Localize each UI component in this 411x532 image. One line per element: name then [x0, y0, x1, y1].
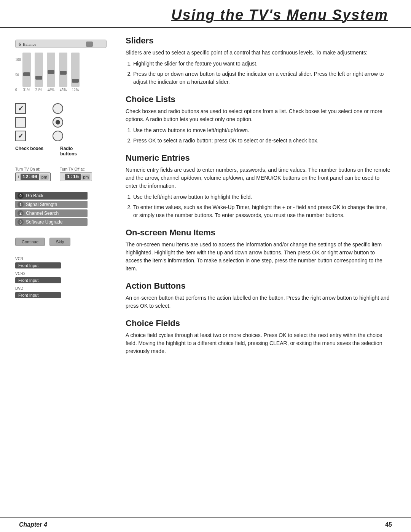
field2-box: + 1:15 pm — [60, 173, 92, 181]
footer-page-number: 45 — [385, 521, 392, 528]
continue-button[interactable]: Continue — [15, 238, 45, 246]
page-header: Using the TV's Menu System — [0, 0, 411, 28]
choice-fields-heading: Choice Fields — [126, 318, 392, 328]
balance-text: Balance — [23, 42, 36, 46]
action-buttons-heading: Action Buttons — [126, 281, 392, 291]
numeric-step-1: Use the left/right arrow button to highl… — [133, 193, 392, 201]
field1-value: 12:00 — [21, 174, 39, 180]
left-column: 6 Balance 100 50 0 — [0, 28, 118, 371]
onscreen-intro: The on-screen menu items are used to acc… — [126, 241, 392, 273]
right-column: Sliders Sliders are used to select a spe… — [118, 28, 411, 371]
numeric-illustration: Turn TV On at: + 12:00 pm Turn TV Off at… — [15, 167, 92, 181]
checkbox-1 — [15, 103, 26, 114]
choice-illustration — [15, 103, 63, 141]
page-footer: Chapter 4 45 — [0, 517, 411, 532]
numeric-field-1: Turn TV On at: + 12:00 pm — [15, 167, 51, 181]
skip-button[interactable]: Skip — [49, 238, 70, 246]
horizontal-slider-thumb — [86, 42, 93, 47]
slider-thumb-3 — [48, 70, 54, 74]
onscreen-section: On-screen Menu Items The on-screen menu … — [126, 228, 392, 273]
choice-lists-step-1: Use the arrow buttons to move left/right… — [133, 126, 392, 134]
numeric-field-2: Turn TV Off at: + 1:15 pm — [60, 167, 92, 181]
slider-bar-4: 45% — [59, 53, 67, 92]
action-buttons-intro: An on-screen button that performs the ac… — [126, 294, 392, 310]
sliders-step-1: Highlight the slider for the feature you… — [133, 60, 392, 68]
radio-1 — [53, 103, 63, 114]
field1-sign: + — [17, 174, 20, 180]
field2-value: 1:15 — [65, 174, 81, 180]
slider-bar-2: 21% — [35, 53, 43, 92]
choice-fields-section: Choice Fields A choice field cycles thro… — [126, 318, 392, 355]
slider-val-5: 12% — [72, 88, 79, 92]
numeric-heading: Numeric Entries — [126, 153, 392, 163]
slider-val-2: 21% — [35, 88, 42, 92]
choice-lists-steps: Use the arrow buttons to move left/right… — [133, 126, 392, 145]
sliders-steps: Highlight the slider for the feature you… — [133, 60, 392, 86]
radio-label: Radio buttons — [60, 146, 91, 157]
scale-50: 50 — [15, 73, 21, 77]
slider-bar-5: 12% — [71, 53, 80, 92]
field2-ampm: pm — [81, 174, 90, 180]
sliders-heading: Sliders — [126, 36, 392, 46]
field1-box: + 12:00 pm — [15, 173, 51, 181]
vertical-sliders: 31% 21% 48% — [22, 53, 80, 92]
menu-label-2: Channel Search — [26, 211, 59, 216]
checkbox-group — [15, 103, 26, 141]
menu-num-0: 0 — [18, 193, 24, 199]
field1-ampm: pm — [40, 174, 49, 180]
balance-num: 6 — [19, 42, 21, 47]
footer-chapter: Chapter 4 — [19, 521, 47, 528]
page-title: Using the TV's Menu System — [23, 7, 388, 23]
cf-value-vcr: Front Input — [15, 262, 61, 268]
field1-label: Turn TV On at: — [15, 167, 51, 171]
radio-2 — [53, 117, 63, 128]
checkbox-3 — [15, 131, 26, 141]
onscreen-heading: On-screen Menu Items — [126, 228, 392, 238]
horizontal-slider: 6 Balance — [15, 40, 107, 48]
slider-bar-1: 31% — [22, 53, 31, 92]
checkbox-2 — [15, 117, 26, 128]
cf-group-vcr: VCR Front Input — [15, 257, 84, 268]
numeric-section: Numeric Entries Numeric entry fields are… — [126, 153, 392, 219]
scale-0: 0 — [15, 88, 21, 92]
menu-item-3: 3 Software Upgrade — [15, 218, 88, 226]
scale-100: 100 — [15, 58, 21, 62]
menu-label-1: Signal Strength — [26, 202, 57, 207]
slider-val-1: 31% — [23, 88, 30, 92]
cf-label-vcr: VCR — [15, 257, 84, 261]
balance-label: 6 Balance — [19, 42, 36, 47]
menu-num-1: 1 — [18, 201, 24, 208]
field2-label: Turn TV Off at: — [60, 167, 92, 171]
choice-fields-intro: A choice field cycles through at least t… — [126, 331, 392, 355]
menu-item-0: 0 Go Back — [15, 192, 88, 200]
cf-label-vcr2: VCR2 — [15, 272, 84, 276]
action-illustration: Continue Skip — [15, 238, 70, 246]
radio-group — [53, 103, 63, 141]
menu-illustration: 0 Go Back 1 Signal Strength 2 Channel Se… — [15, 192, 88, 227]
choice-lists-heading: Choice Lists — [126, 94, 392, 104]
menu-num-2: 2 — [18, 210, 24, 216]
numeric-row: Turn TV On at: + 12:00 pm Turn TV Off at… — [15, 167, 92, 181]
field2-sign: + — [62, 174, 64, 180]
slider-val-3: 48% — [48, 88, 54, 92]
slider-bar-3: 48% — [47, 53, 55, 92]
numeric-steps: Use the left/right arrow button to highl… — [133, 193, 392, 219]
cf-group-vcr2: VCR2 Front Input — [15, 272, 84, 283]
sliders-intro: Sliders are used to select a specific po… — [126, 49, 392, 57]
menu-num-3: 3 — [18, 219, 24, 225]
numeric-intro: Numeric entry fields are used to enter n… — [126, 166, 392, 190]
action-buttons-section: Action Buttons An on-screen button that … — [126, 281, 392, 310]
numeric-step-2: To enter time values, such as the Wake-U… — [133, 203, 392, 219]
slider-thumb-4 — [60, 71, 67, 75]
menu-label-3: Software Upgrade — [26, 219, 63, 225]
menu-item-2: 2 Channel Search — [15, 209, 88, 217]
main-content: 6 Balance 100 50 0 — [0, 28, 411, 371]
choice-lists-step-2: Press OK to select a radio button; press… — [133, 137, 392, 145]
scale-labels: 100 50 0 — [15, 58, 21, 92]
choice-fields-illustration: VCR Front Input VCR2 Front Input DVD Fro… — [15, 257, 84, 301]
slider-thumb-5 — [72, 79, 79, 83]
sliders-illustration: 6 Balance 100 50 0 — [15, 40, 107, 92]
slider-thumb-2 — [35, 76, 42, 80]
sliders-step-2: Press the up or down arrow button to adj… — [133, 70, 392, 86]
cf-group-dvd: DVD Front Input — [15, 286, 84, 298]
